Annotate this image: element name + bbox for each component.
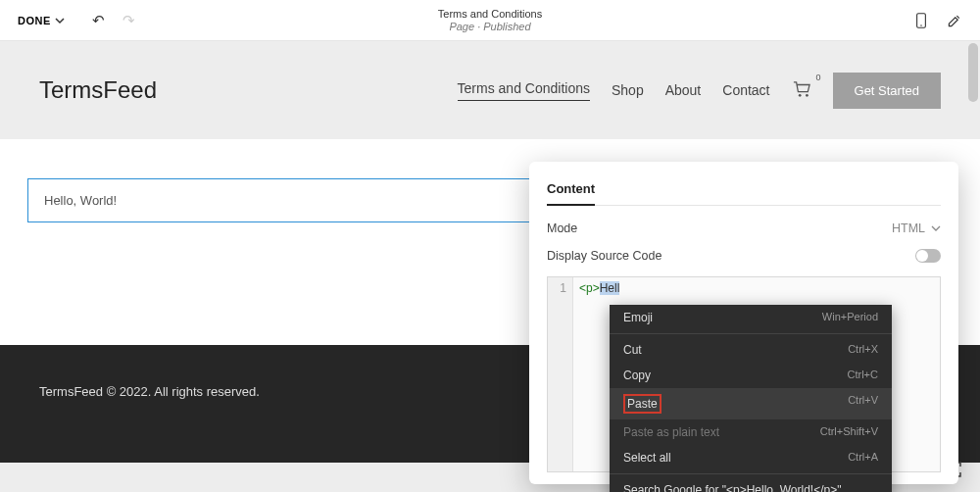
- ctx-label: Paste as plain text: [623, 425, 719, 439]
- display-source-row[interactable]: Display Source Code: [547, 249, 941, 263]
- mode-value-text: HTML: [892, 221, 925, 235]
- separator: [610, 333, 892, 334]
- undo-button[interactable]: ↶: [92, 12, 105, 29]
- chevron-down-icon: [55, 16, 65, 25]
- get-started-button[interactable]: Get Started: [833, 73, 941, 109]
- site-nav: Terms and Conditions Shop About Contact …: [458, 73, 941, 109]
- redo-button[interactable]: ↷: [122, 12, 135, 29]
- done-button[interactable]: DONE: [18, 15, 65, 26]
- ctx-cut[interactable]: CutCtrl+X: [610, 337, 892, 363]
- page-canvas: TermsFeed Terms and Conditions Shop Abou…: [0, 41, 980, 492]
- site-header: TermsFeed Terms and Conditions Shop Abou…: [0, 41, 980, 139]
- scrollbar-thumb[interactable]: [968, 43, 978, 102]
- ctx-emoji[interactable]: EmojiWin+Period: [610, 305, 892, 330]
- paint-icon[interactable]: [947, 13, 962, 28]
- code-tag: <p>: [579, 281, 600, 295]
- ctx-paste-plain: Paste as plain textCtrl+Shift+V: [610, 419, 892, 445]
- display-source-label: Display Source Code: [547, 249, 662, 263]
- line-gutter: 1: [548, 277, 573, 471]
- ctx-shortcut: Ctrl+X: [848, 343, 878, 357]
- cart-count: 0: [816, 73, 821, 82]
- ctx-shortcut: Ctrl+C: [848, 369, 878, 382]
- toolbar-right: [913, 13, 962, 28]
- separator: [610, 473, 892, 474]
- ctx-shortcut: Win+Period: [822, 311, 878, 324]
- mode-value: HTML: [892, 221, 941, 235]
- svg-point-2: [798, 93, 801, 96]
- cart-button[interactable]: 0: [792, 80, 811, 101]
- context-menu: EmojiWin+Period CutCtrl+X CopyCtrl+C Pas…: [610, 305, 892, 492]
- ctx-shortcut: Ctrl+V: [848, 394, 878, 414]
- page-status: Page · Published: [438, 21, 542, 32]
- mode-label: Mode: [547, 221, 577, 235]
- ctx-label-highlighted: Paste: [623, 394, 662, 414]
- ctx-label: Emoji: [623, 311, 653, 324]
- ctx-shortcut: Ctrl+A: [848, 451, 878, 465]
- display-source-toggle[interactable]: [915, 249, 941, 263]
- undo-redo-group: ↶ ↷: [92, 12, 135, 29]
- mobile-preview-icon[interactable]: [913, 13, 929, 28]
- nav-shop[interactable]: Shop: [612, 82, 644, 98]
- site-brand[interactable]: TermsFeed: [39, 76, 157, 104]
- ctx-select-all[interactable]: Select allCtrl+A: [610, 445, 892, 470]
- divider: [547, 205, 941, 206]
- editor-toolbar: DONE ↶ ↷ Terms and Conditions Page · Pub…: [0, 0, 980, 41]
- code-text-selected: Hell: [600, 281, 620, 295]
- nav-contact[interactable]: Contact: [722, 82, 769, 98]
- chevron-down-icon: [931, 223, 941, 233]
- ctx-copy[interactable]: CopyCtrl+C: [610, 363, 892, 388]
- cart-icon: [792, 80, 811, 98]
- page-title-block: Terms and Conditions Page · Published: [438, 8, 542, 32]
- svg-point-3: [806, 93, 808, 96]
- nav-terms[interactable]: Terms and Conditions: [458, 80, 590, 101]
- done-label: DONE: [18, 15, 51, 26]
- nav-about[interactable]: About: [665, 82, 702, 98]
- ctx-paste[interactable]: PasteCtrl+V: [610, 388, 892, 419]
- ctx-label: Cut: [623, 343, 642, 357]
- ctx-search-google[interactable]: Search Google for "<p>Hello, World!</p>": [610, 477, 892, 492]
- ctx-shortcut: Ctrl+Shift+V: [820, 425, 878, 439]
- ctx-label: Select all: [623, 451, 671, 465]
- svg-point-1: [920, 25, 921, 25]
- panel-tab-content[interactable]: Content: [547, 181, 595, 206]
- ctx-label: Search Google for "<p>Hello, World!</p>": [623, 483, 841, 492]
- page-title: Terms and Conditions: [438, 8, 542, 20]
- ctx-label: Copy: [623, 369, 651, 382]
- footer-text: TermsFeed © 2022. All rights reserved.: [39, 384, 260, 399]
- mode-row[interactable]: Mode HTML: [547, 221, 941, 235]
